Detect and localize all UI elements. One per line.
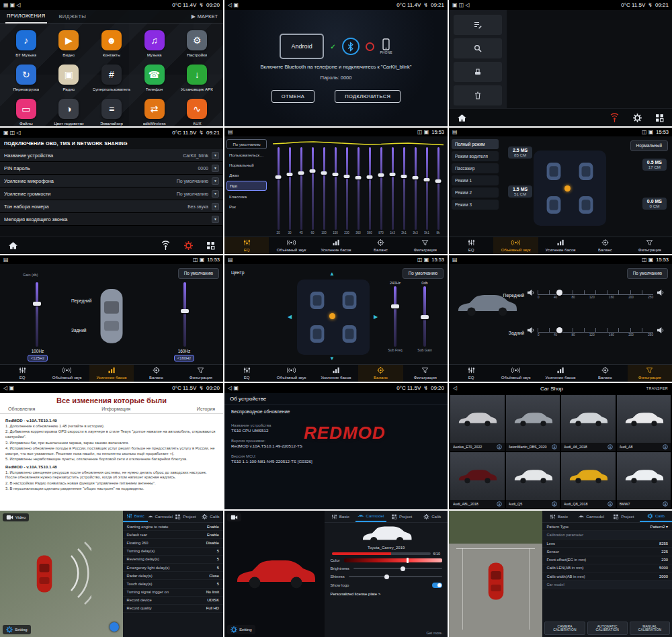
tab-applications[interactable]: ПРИЛОЖЕНИЯ bbox=[5, 9, 47, 24]
download-icon[interactable] bbox=[552, 444, 557, 450]
eq-band-slider[interactable]: 100 bbox=[319, 147, 329, 235]
download-icon[interactable] bbox=[497, 501, 502, 507]
eq-band-slider[interactable]: 5k1 bbox=[421, 147, 432, 235]
tab-project[interactable]: Project bbox=[386, 511, 417, 522]
setting-chip[interactable]: Setting bbox=[3, 625, 31, 634]
eq-band-knob[interactable] bbox=[298, 171, 304, 175]
app-shortcut[interactable]: ☻ Контакты bbox=[91, 30, 132, 57]
tab-balance[interactable]: Баланс bbox=[134, 365, 178, 382]
arrow-left-icon[interactable]: ◀ bbox=[288, 314, 292, 320]
grid-icon[interactable] bbox=[655, 114, 664, 122]
brightness-knob[interactable] bbox=[401, 566, 405, 571]
rear-bass-knob[interactable] bbox=[181, 309, 189, 313]
car-model-card[interactable]: Audi_A8L_2018 bbox=[450, 452, 505, 508]
dropdown-icon[interactable]: ▼ bbox=[212, 216, 219, 223]
eq-band-slider[interactable]: 20 bbox=[273, 147, 284, 235]
tab-calib[interactable]: Calib bbox=[417, 511, 448, 522]
sub-gain-knob[interactable] bbox=[421, 315, 429, 319]
eq-band-knob[interactable] bbox=[321, 171, 327, 175]
download-icon[interactable] bbox=[497, 444, 502, 450]
tab-bass-boost[interactable]: Усиление басов bbox=[538, 365, 583, 382]
settings-row[interactable]: Front offset(EG in mm) 230 bbox=[542, 556, 672, 564]
video-chip[interactable] bbox=[227, 513, 241, 521]
arrow-down-icon[interactable]: ▼ bbox=[329, 356, 335, 362]
app-shortcut[interactable]: ↻ Перезагрузка bbox=[5, 65, 47, 91]
transfer-button[interactable]: TRANSFER bbox=[646, 386, 668, 390]
app-shortcut[interactable]: ↓ Установщик APK bbox=[176, 65, 218, 91]
tab-eq[interactable]: EQ bbox=[449, 237, 493, 254]
edit-list-button[interactable] bbox=[454, 15, 502, 35]
settings-row[interactable]: Record quality Full HD bbox=[123, 605, 223, 613]
rear-freq-badge[interactable]: <160Hz bbox=[174, 355, 194, 362]
camera-calibration-button[interactable]: CAMERA CALIBRATION bbox=[544, 622, 585, 635]
download-icon[interactable] bbox=[552, 501, 557, 507]
download-icon[interactable] bbox=[607, 501, 613, 507]
tab-eq[interactable]: EQ bbox=[0, 365, 44, 382]
settings-row[interactable]: Тон набора номера Без звука ▼ bbox=[0, 200, 223, 213]
download-icon[interactable] bbox=[663, 501, 668, 507]
market-button[interactable]: ▶МАРКЕТ bbox=[192, 13, 218, 19]
tab-bass-boost[interactable]: Усиление басов bbox=[538, 237, 583, 254]
tab-basic[interactable]: Basic bbox=[123, 511, 148, 522]
tab-project[interactable]: Project bbox=[173, 511, 198, 522]
tab-calib[interactable]: Calib bbox=[640, 511, 672, 522]
eq-band-slider[interactable]: 150 bbox=[330, 147, 341, 235]
arrow-up-icon[interactable]: ▲ bbox=[329, 271, 335, 277]
sub-gain-slider[interactable]: 0db Sub Gain bbox=[415, 281, 434, 352]
gear-icon[interactable] bbox=[633, 114, 642, 122]
settings-row[interactable]: Radar delay(s) Close bbox=[123, 572, 223, 580]
setting-value[interactable]: 8255 bbox=[659, 542, 668, 546]
preset-classic[interactable]: Классика bbox=[226, 192, 267, 201]
car-model-card[interactable]: AstonMartin_DBS_2020 bbox=[506, 395, 560, 451]
app-shortcut[interactable]: ♪ БТ Музыка bbox=[5, 30, 47, 57]
tab-bass-boost[interactable]: Усиление басов bbox=[89, 365, 134, 382]
mode-2[interactable]: Режим 2 bbox=[452, 187, 499, 198]
app-shortcut[interactable]: ▶ Видео bbox=[48, 30, 90, 57]
tab-carmodel[interactable]: Carmodel bbox=[575, 511, 607, 522]
eq-band-knob[interactable] bbox=[435, 179, 442, 183]
tab-balance[interactable]: Баланс bbox=[583, 237, 627, 254]
video-chip[interactable]: Video bbox=[3, 513, 29, 521]
pattern-type-row[interactable]: Pattern Type Pattern2 ▾ bbox=[542, 523, 672, 531]
preset-rock[interactable]: Рок bbox=[226, 202, 267, 211]
app-shortcut[interactable]: ◑ Цвет подсветки bbox=[48, 99, 90, 126]
preset-normal-button[interactable]: Нормальный bbox=[630, 140, 668, 151]
car-model-card[interactable]: Audi_Q5 bbox=[506, 452, 560, 508]
tab-project[interactable]: Project bbox=[607, 511, 640, 522]
eq-band-slider[interactable]: 560 bbox=[364, 147, 375, 235]
tab-carmodel[interactable]: Carmodel bbox=[355, 511, 386, 522]
tab-balance[interactable]: Баланс bbox=[358, 237, 403, 254]
floating-camera-button[interactable] bbox=[110, 622, 119, 632]
settings-row[interactable]: Мелодия входящего звонка ▼ bbox=[0, 213, 223, 226]
pattern-type-value[interactable]: Pattern2 bbox=[650, 525, 665, 529]
tab-bass-boost[interactable]: Усиление басов bbox=[314, 365, 358, 382]
eq-band-slider[interactable]: 45 bbox=[296, 147, 306, 235]
tab-balance[interactable]: Баланс bbox=[583, 365, 627, 382]
car-model-card[interactable]: Aeolus_E70_2022 bbox=[450, 395, 505, 451]
settings-row[interactable]: Reversing delay(s) 5 bbox=[123, 556, 223, 564]
app-shortcut[interactable]: ⇄ adbWireless bbox=[134, 99, 175, 126]
setting-value[interactable]: 5 bbox=[217, 557, 219, 561]
preset-default-button[interactable]: По умолчанию bbox=[226, 139, 267, 149]
eq-band-knob[interactable] bbox=[276, 175, 282, 179]
arrow-right-icon[interactable]: ▶ bbox=[374, 314, 378, 320]
tab-eq[interactable]: EQ bbox=[449, 365, 493, 382]
eq-band-knob[interactable] bbox=[287, 173, 293, 176]
settings-row[interactable]: Record device UDISK bbox=[123, 597, 223, 605]
tab-bass-boost[interactable]: Усиление басов bbox=[314, 237, 358, 254]
mode-driver[interactable]: Режим водителя bbox=[452, 151, 499, 161]
app-shortcut[interactable]: ▭ Файлы bbox=[5, 99, 47, 126]
setting-value[interactable]: 5 bbox=[217, 566, 219, 570]
dropdown-icon[interactable]: ▼ bbox=[212, 165, 219, 172]
front-freq-badge[interactable]: <125Hz bbox=[28, 355, 48, 362]
settings-row[interactable]: Starting engine to rotate Enable bbox=[123, 523, 223, 531]
get-more-link[interactable]: Get more.. bbox=[427, 631, 444, 635]
setting-value[interactable]: Disable bbox=[206, 541, 219, 545]
tab-basic[interactable]: Basic bbox=[325, 511, 355, 522]
app-shortcut[interactable]: ☎ Телефон bbox=[134, 65, 175, 91]
settings-row[interactable]: Lens 8255 bbox=[542, 540, 672, 548]
tab-eq[interactable]: EQ bbox=[224, 237, 269, 254]
eq-band-slider[interactable]: 2k1 bbox=[398, 147, 409, 235]
tab-basic[interactable]: Basic bbox=[542, 511, 575, 522]
grid-icon[interactable] bbox=[206, 241, 215, 250]
